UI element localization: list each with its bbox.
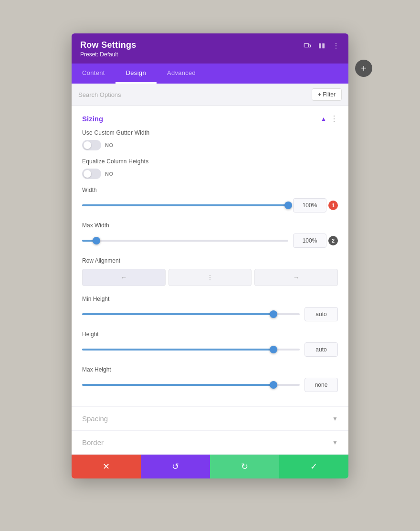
border-title: Border	[82, 438, 104, 446]
min-height-slider-track[interactable]	[82, 313, 300, 315]
row-alignment-label: Row Alignment	[82, 257, 338, 264]
width-row: Width 1	[82, 187, 338, 212]
tab-design[interactable]: Design	[116, 64, 157, 84]
custom-gutter-row: Use Custom Gutter Width NO	[82, 129, 338, 150]
add-button[interactable]: +	[355, 60, 372, 77]
modal-header-icons	[304, 42, 340, 50]
max-width-row: Max Width 2	[82, 222, 338, 248]
custom-gutter-value: NO	[105, 142, 114, 148]
max-height-input[interactable]	[304, 378, 338, 392]
height-row: Height	[82, 331, 338, 357]
save-button[interactable]: ✓	[279, 455, 348, 478]
spacing-collapse-icon[interactable]: ▼	[332, 415, 338, 422]
svg-rect-1	[309, 45, 310, 47]
search-input[interactable]	[78, 91, 312, 98]
align-left-option[interactable]: ←	[82, 269, 166, 286]
width-badge[interactable]: 1	[328, 201, 338, 210]
align-center-option[interactable]: ⋮	[168, 269, 252, 286]
equalize-heights-row: Equalize Column Heights NO	[82, 158, 338, 179]
equalize-heights-toggle[interactable]	[82, 169, 101, 179]
custom-gutter-toggle-wrap: NO	[82, 140, 338, 150]
border-section: Border ▼	[72, 431, 348, 455]
sizing-collapse-icon[interactable]: ▲	[321, 116, 326, 122]
row-alignment-row: Row Alignment ← ⋮ →	[82, 257, 338, 286]
modal-header-left: Row Settings Preset: Default	[80, 40, 136, 58]
spacing-section: Spacing ▼	[72, 407, 348, 431]
width-controls: 1	[82, 198, 338, 212]
min-height-label: Min Height	[82, 296, 338, 302]
equalize-heights-toggle-wrap: NO	[82, 169, 338, 179]
row-settings-modal: Row Settings Preset: Default	[72, 33, 348, 478]
cancel-button[interactable]: ✕	[72, 455, 141, 478]
svg-rect-3	[322, 43, 325, 49]
modal-tabs: Content Design Advanced	[72, 64, 348, 84]
filter-button[interactable]: + Filter	[312, 88, 342, 101]
equalize-heights-label: Equalize Column Heights	[82, 158, 338, 165]
sizing-controls: ▲ ⋮	[321, 115, 338, 123]
modal-title: Row Settings	[80, 40, 136, 50]
modal-footer: ✕ ↺ ↻ ✓	[72, 455, 348, 478]
max-width-value-wrap: 2	[293, 234, 338, 248]
row-alignment-options: ← ⋮ →	[82, 269, 338, 286]
modal-header: Row Settings Preset: Default	[72, 33, 348, 64]
max-width-controls: 2	[82, 234, 338, 248]
max-height-controls	[82, 378, 338, 392]
tab-advanced[interactable]: Advanced	[157, 64, 206, 84]
modal-content: Sizing ▲ ⋮ Use Custom Gutter Width NO	[72, 106, 348, 455]
height-label: Height	[82, 331, 338, 338]
min-height-row: Min Height	[82, 296, 338, 321]
width-slider-track[interactable]	[82, 204, 288, 206]
equalize-heights-value: NO	[105, 171, 114, 177]
spacing-title: Spacing	[82, 414, 108, 423]
max-width-slider-track[interactable]	[82, 240, 288, 242]
max-height-slider-track[interactable]	[82, 384, 300, 386]
svg-point-5	[336, 45, 336, 46]
width-value-wrap: 1	[293, 198, 338, 212]
custom-gutter-label: Use Custom Gutter Width	[82, 129, 338, 136]
sizing-section-header: Sizing ▲ ⋮	[82, 115, 338, 123]
modal-preset: Preset: Default	[80, 51, 136, 58]
height-controls	[82, 342, 338, 357]
height-input[interactable]	[304, 342, 338, 357]
tab-content[interactable]: Content	[72, 64, 116, 84]
min-height-input[interactable]	[304, 307, 338, 321]
max-height-row: Max Height	[82, 366, 338, 392]
custom-gutter-toggle[interactable]	[82, 140, 101, 150]
min-height-controls	[82, 307, 338, 321]
sizing-section: Sizing ▲ ⋮ Use Custom Gutter Width NO	[72, 106, 348, 407]
sizing-title: Sizing	[82, 115, 103, 123]
height-slider-track[interactable]	[82, 349, 300, 350]
modal-wrapper: + Row Settings Preset: Default	[72, 33, 348, 478]
split-view-icon[interactable]	[318, 42, 326, 50]
svg-point-4	[336, 43, 336, 44]
max-height-label: Max Height	[82, 366, 338, 373]
max-width-label: Max Width	[82, 222, 338, 229]
sizing-more-icon[interactable]: ⋮	[330, 115, 338, 123]
max-width-badge[interactable]: 2	[328, 236, 338, 245]
align-right-option[interactable]: →	[254, 269, 338, 286]
responsive-icon[interactable]	[304, 42, 311, 50]
svg-rect-0	[304, 43, 308, 47]
redo-button[interactable]: ↻	[210, 455, 279, 478]
max-width-input[interactable]	[293, 234, 326, 248]
width-input[interactable]	[293, 198, 326, 212]
search-bar: + Filter	[72, 84, 348, 106]
border-collapse-icon[interactable]: ▼	[332, 439, 338, 446]
more-icon[interactable]	[332, 42, 340, 50]
svg-rect-2	[319, 43, 321, 49]
undo-button[interactable]: ↺	[141, 455, 210, 478]
spacing-header: Spacing ▼	[82, 414, 338, 423]
width-label: Width	[82, 187, 338, 193]
svg-point-6	[336, 48, 336, 49]
